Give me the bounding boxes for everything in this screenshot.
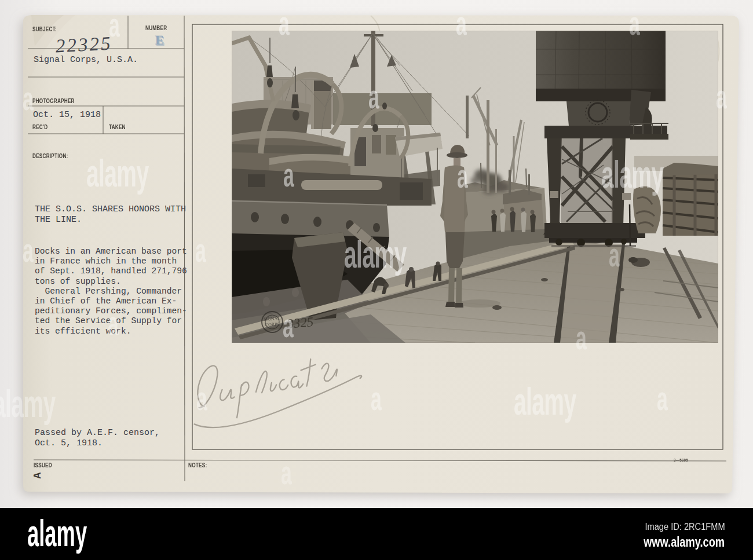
svg-text:CORPS: CORPS <box>265 321 280 328</box>
